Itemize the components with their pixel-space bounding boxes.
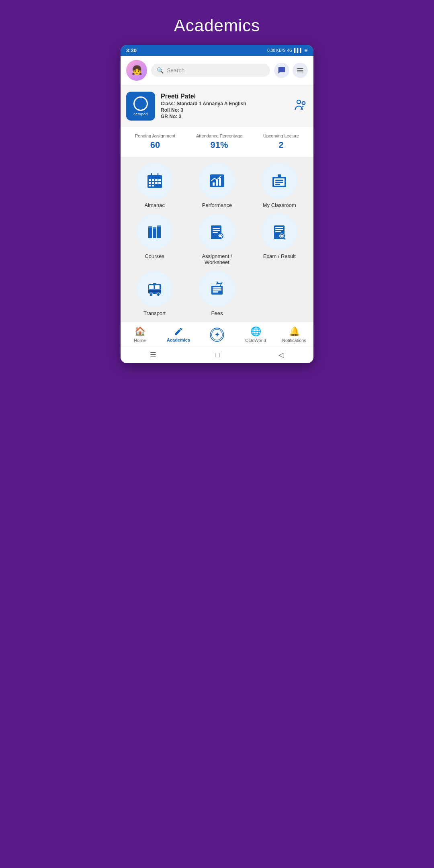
svg-rect-29 [148, 226, 152, 228]
profile-name: Preeti Patel [161, 93, 288, 100]
grid-item-fees[interactable]: Fees [188, 271, 245, 316]
performance-icon-circle [199, 163, 235, 199]
android-menu-btn[interactable]: ☰ [150, 350, 156, 359]
profile-class: Class: Standard 1 Annanya A English [161, 101, 288, 106]
stat-lecture-value: 2 [263, 140, 299, 150]
grid-item-transport[interactable]: Transport [126, 271, 183, 316]
svg-rect-24 [275, 184, 280, 185]
exam-icon-circle [261, 214, 297, 250]
performance-label: Performance [202, 202, 232, 208]
grid-item-performance[interactable]: Performance [188, 163, 245, 208]
svg-rect-8 [149, 182, 151, 184]
svg-point-0 [297, 100, 301, 104]
svg-rect-30 [153, 227, 156, 229]
menu-button[interactable] [293, 63, 308, 78]
stat-lecture-label: Upcoming Lecture [263, 133, 299, 138]
svg-rect-34 [213, 230, 220, 231]
svg-rect-19 [219, 178, 221, 186]
exam-label: Exam / Result [263, 253, 296, 259]
network-speed: 0.00 KB/S [267, 48, 285, 53]
status-icons: 0.00 KB/S 4G ▌▌▌ ⑥ [267, 48, 308, 53]
svg-rect-11 [158, 182, 161, 184]
phone-frame: 3:30 0.00 KB/S 4G ▌▌▌ ⑥ 👧 🔍 Search [121, 45, 313, 363]
transport-label: Transport [143, 310, 166, 316]
svg-rect-39 [275, 227, 283, 228]
bottom-nav-home[interactable]: 🏠 Home [121, 326, 159, 343]
profile-info: Preeti Patel Class: Standard 1 Annanya A… [161, 93, 288, 119]
stats-row: Pending Assignment 60 Attendance Percent… [121, 127, 313, 157]
notifications-label: Notifications [282, 338, 306, 343]
svg-rect-7 [158, 179, 161, 181]
svg-rect-9 [152, 182, 154, 184]
svg-rect-27 [153, 227, 156, 238]
fees-label: Fees [211, 310, 223, 316]
grid-item-assignment[interactable]: Assignment / Worksheet [188, 214, 245, 265]
svg-point-50 [157, 293, 160, 296]
stat-pending-value: 60 [135, 140, 175, 150]
icon-grid: Almanac Performance [126, 163, 308, 316]
profile-roll: Roll No: 3 [161, 107, 288, 113]
status-time: 3:30 [126, 47, 137, 53]
search-icon: 🔍 [157, 67, 164, 74]
svg-rect-56 [213, 289, 221, 291]
grid-item-my-classroom[interactable]: My Classroom [251, 163, 308, 208]
android-home-btn[interactable]: □ [215, 351, 220, 359]
bottom-nav-center[interactable]: ✦ [198, 327, 236, 343]
almanac-icon-circle [137, 163, 173, 199]
chat-button[interactable] [274, 63, 289, 78]
svg-rect-57 [213, 291, 218, 293]
svg-rect-28 [157, 225, 161, 238]
android-nav: ☰ □ ◁ [121, 346, 313, 363]
svg-rect-55 [213, 287, 221, 289]
courses-icon-circle [137, 214, 173, 250]
bottom-nav-octoworld[interactable]: 🌐 OctoWorld [236, 326, 275, 343]
signal-icon: ▌▌▌ [294, 48, 303, 53]
courses-label: Courses [145, 253, 164, 259]
svg-rect-22 [275, 180, 283, 181]
family-icon[interactable] [293, 98, 308, 115]
home-icon: 🏠 [135, 326, 145, 337]
svg-rect-26 [148, 226, 152, 238]
bottom-nav-notifications[interactable]: 🔔 Notifications [275, 326, 313, 343]
svg-rect-5 [152, 179, 154, 181]
android-back-btn[interactable]: ◁ [278, 350, 284, 359]
svg-rect-47 [155, 285, 160, 289]
almanac-label: Almanac [144, 202, 165, 208]
nav-icons [274, 63, 308, 78]
assignment-icon-circle [199, 214, 235, 250]
page-title: Academics [174, 16, 260, 35]
svg-rect-18 [216, 180, 218, 186]
svg-rect-52 [148, 289, 161, 290]
academics-label: Academics [167, 338, 190, 342]
fees-icon-circle [199, 271, 235, 307]
stat-attendance-value: 91% [196, 140, 242, 150]
my-classroom-icon-circle [261, 163, 297, 199]
stat-pending-label: Pending Assignment [135, 133, 175, 138]
svg-rect-35 [213, 232, 218, 233]
grid-item-courses[interactable]: Courses [126, 214, 183, 265]
grid-item-exam[interactable]: Exam / Result [251, 214, 308, 265]
stat-pending: Pending Assignment 60 [135, 133, 175, 150]
svg-rect-17 [213, 182, 215, 186]
svg-rect-23 [275, 182, 283, 183]
svg-rect-31 [157, 225, 161, 227]
octoworld-label: OctoWorld [245, 338, 266, 343]
svg-rect-33 [213, 228, 220, 229]
bottom-nav-academics[interactable]: Academics [159, 327, 198, 342]
transport-icon-circle [137, 271, 173, 307]
svg-text:✦: ✦ [215, 331, 220, 338]
svg-point-1 [302, 101, 305, 104]
search-bar[interactable]: 🔍 Search [151, 64, 270, 77]
svg-rect-3 [147, 175, 162, 179]
search-placeholder: Search [167, 67, 184, 74]
grid-item-almanac[interactable]: Almanac [126, 163, 183, 208]
octopod-logo: octopod [126, 92, 155, 121]
my-classroom-label: My Classroom [263, 202, 296, 208]
octoworld-icon: 🌐 [250, 326, 261, 337]
svg-rect-4 [149, 179, 151, 181]
home-label: Home [134, 338, 145, 343]
svg-rect-10 [155, 182, 158, 184]
profile-gr: GR No: 3 [161, 114, 288, 119]
svg-rect-51 [153, 283, 156, 285]
user-avatar[interactable]: 👧 [126, 60, 147, 81]
